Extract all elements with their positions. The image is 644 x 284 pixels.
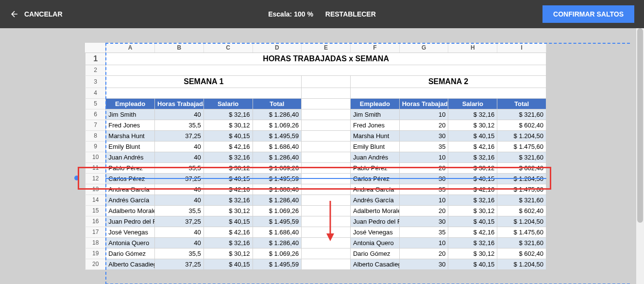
cell[interactable]: José Venegas: [350, 227, 399, 237]
cell[interactable]: $ 40,15: [448, 216, 497, 227]
cell[interactable]: $ 30,12: [203, 205, 253, 216]
cell[interactable]: $ 1.069,26: [253, 120, 302, 130]
col-header[interactable]: G: [399, 43, 448, 53]
corner-cell[interactable]: [85, 43, 106, 53]
col-title[interactable]: Empleado: [106, 98, 155, 109]
cell[interactable]: [302, 75, 351, 88]
cell[interactable]: 35,5: [155, 162, 204, 173]
cell[interactable]: 10: [399, 109, 448, 120]
cell[interactable]: $ 42,16: [448, 184, 497, 195]
cell[interactable]: 10: [399, 195, 448, 205]
cell[interactable]: 20: [399, 205, 448, 216]
cell[interactable]: [106, 65, 546, 75]
cell[interactable]: $ 32,16: [203, 152, 253, 162]
cell[interactable]: [302, 120, 351, 130]
cell[interactable]: $ 602,40: [497, 248, 546, 259]
cell[interactable]: $ 321,60: [497, 109, 546, 120]
col-header[interactable]: I: [497, 43, 546, 53]
cell[interactable]: $ 602,40: [497, 162, 546, 173]
cell[interactable]: Antonia Quero: [350, 237, 399, 248]
col-title[interactable]: Horas Trabajadas: [399, 98, 448, 109]
cell[interactable]: Alberto Casadiego: [106, 259, 155, 269]
cell[interactable]: 20: [399, 162, 448, 173]
cell[interactable]: 20: [399, 120, 448, 130]
cell[interactable]: 40: [155, 152, 204, 162]
col-header[interactable]: D: [253, 43, 302, 53]
cell[interactable]: [302, 227, 351, 237]
cell[interactable]: 40: [155, 141, 204, 152]
col-title[interactable]: Salario: [203, 98, 253, 109]
cell[interactable]: $ 1.069,26: [253, 248, 302, 259]
row-header[interactable]: 11: [85, 162, 106, 173]
cell[interactable]: [350, 88, 546, 98]
col-title[interactable]: Salario: [448, 98, 497, 109]
cell[interactable]: Carlos Pérez: [106, 173, 155, 184]
row-header[interactable]: 19: [85, 248, 106, 259]
cell[interactable]: $ 30,12: [448, 162, 497, 173]
row-header[interactable]: 5: [85, 98, 106, 109]
cell[interactable]: $ 32,16: [448, 195, 497, 205]
cell[interactable]: Juan Andrés: [106, 152, 155, 162]
cell[interactable]: 35: [399, 184, 448, 195]
cell[interactable]: 37,25: [155, 259, 204, 269]
row-header[interactable]: 16: [85, 216, 106, 227]
cell[interactable]: Fred Jones: [350, 120, 399, 130]
col-title[interactable]: Empleado: [350, 98, 399, 109]
cell[interactable]: $ 1.495,59: [253, 216, 302, 227]
cell[interactable]: Andrea García: [350, 184, 399, 195]
col-title[interactable]: Total: [253, 98, 302, 109]
row-header[interactable]: 17: [85, 227, 106, 237]
cell[interactable]: [302, 205, 351, 216]
cell[interactable]: 30: [399, 130, 448, 141]
cell[interactable]: $ 321,60: [497, 152, 546, 162]
cell[interactable]: 40: [155, 195, 204, 205]
cell[interactable]: [302, 88, 351, 98]
cell[interactable]: $ 1.286,40: [253, 195, 302, 205]
row-header[interactable]: 9: [85, 141, 106, 152]
cell[interactable]: $ 321,60: [497, 237, 546, 248]
cell[interactable]: Antonia Quero: [106, 237, 155, 248]
cell[interactable]: [302, 98, 351, 109]
cell[interactable]: $ 1.475,60: [497, 184, 546, 195]
cell[interactable]: $ 602,40: [497, 205, 546, 216]
cell[interactable]: $ 40,15: [448, 130, 497, 141]
col-header[interactable]: C: [203, 43, 253, 53]
semana2-header[interactable]: SEMANA 2: [350, 75, 546, 88]
cell[interactable]: [302, 237, 351, 248]
cell[interactable]: [302, 195, 351, 205]
cell[interactable]: Marsha Hunt: [350, 130, 399, 141]
cell[interactable]: Andrés García: [106, 195, 155, 205]
cell[interactable]: $ 1.204,50: [497, 259, 546, 269]
cell[interactable]: Juan Andrés: [350, 152, 399, 162]
cell[interactable]: $ 40,15: [448, 173, 497, 184]
cell[interactable]: $ 42,16: [448, 227, 497, 237]
page-break-handle[interactable]: [74, 176, 79, 180]
cell[interactable]: $ 32,16: [448, 237, 497, 248]
cell[interactable]: $ 1.686,40: [253, 227, 302, 237]
row-header[interactable]: 4: [85, 88, 106, 98]
cell[interactable]: [302, 248, 351, 259]
cell[interactable]: Emily Blunt: [106, 141, 155, 152]
cell[interactable]: $ 32,16: [448, 152, 497, 162]
row-header[interactable]: 7: [85, 120, 106, 130]
confirm-button[interactable]: CONFIRMAR SALTOS: [542, 5, 634, 23]
cell[interactable]: Andrea García: [106, 184, 155, 195]
cell[interactable]: Alberto Casadiego: [350, 259, 399, 269]
cell[interactable]: 30: [399, 173, 448, 184]
cell[interactable]: $ 30,12: [203, 162, 253, 173]
cell[interactable]: $ 1.286,40: [253, 109, 302, 120]
cell[interactable]: 40: [155, 237, 204, 248]
cell[interactable]: $ 30,12: [203, 248, 253, 259]
row-header[interactable]: 18: [85, 237, 106, 248]
cell[interactable]: $ 40,15: [203, 259, 253, 269]
cell[interactable]: $ 30,12: [448, 120, 497, 130]
cell[interactable]: $ 30,12: [203, 120, 253, 130]
cell[interactable]: 40: [155, 227, 204, 237]
sheet-title[interactable]: HORAS TRABAJADAS x SEMANA: [106, 53, 546, 65]
cell[interactable]: $ 40,15: [203, 216, 253, 227]
cell[interactable]: 35: [399, 227, 448, 237]
cell[interactable]: [302, 109, 351, 120]
cell[interactable]: 37,25: [155, 173, 204, 184]
cell[interactable]: Dario Gómez: [350, 248, 399, 259]
cell[interactable]: Juan Pedro del Rosario: [106, 216, 155, 227]
